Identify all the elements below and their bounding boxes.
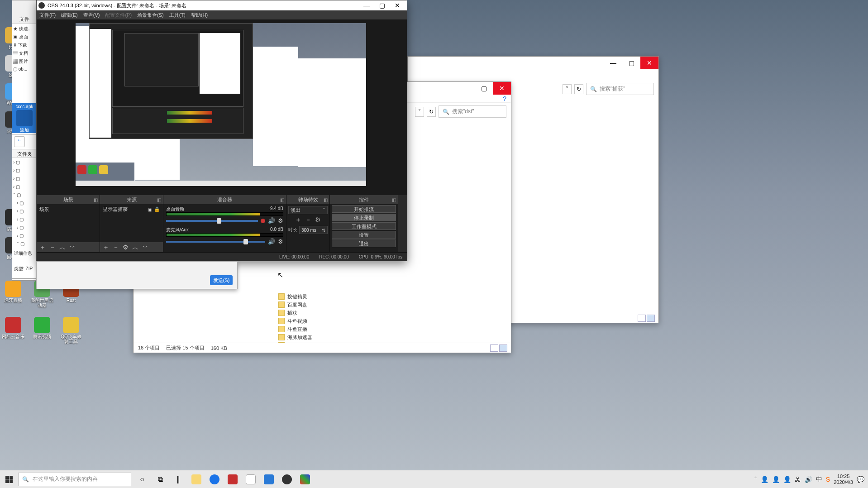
back-button[interactable]: ← bbox=[14, 136, 25, 147]
source-item[interactable]: 显示器捕获 ◉ 🔒 bbox=[103, 206, 160, 213]
desktop-icon-tencent[interactable]: 腾讯视频 bbox=[31, 317, 53, 342]
minimize-button[interactable]: — bbox=[604, 57, 622, 69]
list-item[interactable]: 捕获 bbox=[278, 309, 511, 317]
taskbar-explorer[interactable] bbox=[187, 470, 205, 488]
taskbar[interactable]: 🔍 在这里输入你要搜索的内容 ○ ⧉ ‖ ˄ 👤 👤 👤 🖧 🔊 中 S 10:… bbox=[0, 470, 868, 488]
send-dialog[interactable]: 发送(S) bbox=[36, 261, 238, 289]
popout-icon[interactable]: ◧ bbox=[280, 197, 284, 202]
sidebar-item[interactable]: ▢ ob... bbox=[13, 67, 36, 75]
exit-button[interactable]: 退出 bbox=[332, 239, 396, 247]
view-toggle[interactable] bbox=[638, 315, 655, 322]
tray-icon[interactable]: 👤 bbox=[761, 476, 768, 483]
gear-icon[interactable]: ⚙ bbox=[278, 238, 283, 245]
remove-button[interactable]: － bbox=[49, 244, 56, 250]
taskbar-search-input[interactable]: 🔍 在这里输入你要搜索的内容 bbox=[18, 473, 131, 486]
view-toggle[interactable] bbox=[490, 344, 507, 352]
close-button[interactable]: ✕ bbox=[493, 82, 511, 95]
popout-icon[interactable]: ◧ bbox=[392, 197, 396, 202]
close-button[interactable]: ✕ bbox=[640, 57, 658, 69]
taskbar-netease[interactable] bbox=[224, 470, 242, 488]
move-down-button[interactable]: ﹀ bbox=[142, 244, 148, 250]
gear-icon[interactable]: ⚙ bbox=[278, 217, 283, 224]
refresh-icon[interactable]: ↻ bbox=[574, 84, 583, 94]
add-button[interactable]: ＋ bbox=[295, 216, 301, 224]
maximize-button[interactable]: ▢ bbox=[374, 2, 390, 9]
sidebar-item[interactable]: ★ 快速... bbox=[13, 26, 36, 34]
action-center-icon[interactable]: 💬 bbox=[857, 476, 864, 483]
sources-list[interactable]: 显示器捕获 ◉ 🔒 bbox=[100, 204, 163, 242]
obs-window[interactable]: OBS 24.0.3 (32-bit, windows) - 配置文件: 未命名… bbox=[36, 0, 407, 261]
window-titlebar[interactable]: — ▢ ✕ bbox=[408, 57, 658, 69]
panel-header[interactable]: 来源◧ bbox=[100, 195, 163, 204]
panel-header[interactable]: 混音器◧ bbox=[163, 195, 286, 204]
duration-input[interactable]: 300 ms⇅ bbox=[299, 226, 328, 234]
stop-recording-button[interactable]: 停止录制 bbox=[332, 214, 396, 221]
scene-item[interactable]: 场景 bbox=[39, 206, 97, 213]
menu-file[interactable]: 文件(F) bbox=[39, 12, 56, 19]
close-button[interactable]: ✕ bbox=[390, 2, 405, 9]
file-explorer-sidebar-lower[interactable]: ← 文件夹 › ▢› ▢› ▢› ▢˅ ▢ › ▢› ▢› ▢ › ▢› ▢˅ … bbox=[12, 134, 37, 279]
obs-menubar[interactable]: 文件(F) 编辑(E) 查看(V) 配置文件(P) 场景集合(S) 工具(T) … bbox=[37, 10, 407, 19]
spinner-icon[interactable]: ⇅ bbox=[322, 228, 325, 233]
add-button[interactable]: ＋ bbox=[103, 244, 109, 250]
tray-volume-icon[interactable]: 🔊 bbox=[805, 476, 812, 483]
gear-icon[interactable]: ⚙ bbox=[315, 216, 321, 224]
minimize-button[interactable]: — bbox=[457, 82, 475, 95]
file-tab[interactable]: 文件 bbox=[12, 0, 37, 24]
desktop-icon-qqfc[interactable]: QQ飞车修复工具 bbox=[60, 317, 82, 342]
tray-icon[interactable]: 👤 bbox=[772, 476, 780, 483]
list-item[interactable]: 海豚加速器 bbox=[278, 333, 511, 341]
move-up-button[interactable]: ︿ bbox=[132, 244, 138, 250]
tray-chevron-up-icon[interactable]: ˄ bbox=[754, 476, 757, 483]
desktop-icon-netease[interactable]: 网易云音乐 bbox=[2, 317, 24, 342]
studio-mode-button[interactable]: 工作室模式 bbox=[332, 222, 396, 230]
taskbar-edge[interactable] bbox=[205, 470, 224, 488]
preview-canvas[interactable] bbox=[76, 23, 366, 186]
obs-preview[interactable] bbox=[37, 19, 407, 195]
popout-icon[interactable]: ◧ bbox=[324, 197, 328, 202]
tray-icon[interactable]: 👤 bbox=[783, 476, 791, 483]
dropdown-icon[interactable]: ˅ bbox=[563, 84, 572, 94]
refresh-icon[interactable]: ↻ bbox=[427, 107, 436, 117]
menu-help[interactable]: 帮助(H) bbox=[191, 12, 208, 19]
menu-scene-collection[interactable]: 场景集合(S) bbox=[137, 12, 164, 19]
add-button[interactable]: ＋ bbox=[39, 244, 46, 250]
gear-icon[interactable]: ⚙ bbox=[123, 244, 129, 250]
list-item[interactable]: 斗鱼直播 bbox=[278, 325, 511, 333]
cortana-icon[interactable]: ○ bbox=[133, 470, 151, 488]
menu-tools[interactable]: 工具(T) bbox=[169, 12, 186, 19]
taskbar-app2[interactable] bbox=[296, 470, 314, 488]
popout-icon[interactable]: ◧ bbox=[157, 197, 161, 202]
obs-titlebar[interactable]: OBS 24.0.3 (32-bit, windows) - 配置文件: 未命名… bbox=[37, 0, 407, 10]
list-item[interactable]: 斗鱼视频 bbox=[278, 317, 511, 325]
popout-icon[interactable]: ◧ bbox=[94, 197, 98, 202]
mute-icon[interactable]: 🔊 bbox=[268, 238, 275, 245]
search-input[interactable]: 🔍 搜索"捕获" bbox=[586, 83, 654, 95]
file-cccc-apk[interactable]: cccc.apk 添加 bbox=[12, 103, 37, 133]
sidebar-item[interactable]: ▤ 文档 bbox=[13, 50, 36, 58]
start-streaming-button[interactable]: 开始推流 bbox=[332, 205, 396, 213]
tray-network-icon[interactable]: 🖧 bbox=[795, 476, 801, 483]
taskbar-qq[interactable] bbox=[242, 470, 260, 488]
sidebar-item[interactable]: ⬇ 下载 bbox=[13, 42, 36, 50]
tray-ime-icon[interactable]: 中 bbox=[816, 475, 822, 483]
volume-slider[interactable] bbox=[166, 241, 265, 243]
lock-icon[interactable]: 🔒 bbox=[154, 206, 160, 212]
help-icon[interactable]: ? bbox=[503, 95, 506, 102]
desktop-icon-huya[interactable]: 虎牙直播 bbox=[2, 281, 24, 306]
remove-button[interactable]: － bbox=[305, 216, 311, 224]
sidebar-item[interactable]: ▦ 图片 bbox=[13, 58, 36, 67]
start-button[interactable] bbox=[0, 470, 18, 488]
send-button[interactable]: 发送(S) bbox=[210, 275, 233, 285]
taskbar-obs[interactable] bbox=[278, 470, 296, 488]
maximize-button[interactable]: ▢ bbox=[475, 82, 493, 95]
task-view-icon[interactable]: ⧉ bbox=[151, 470, 169, 488]
menu-view[interactable]: 查看(V) bbox=[83, 12, 100, 19]
system-tray[interactable]: ˄ 👤 👤 👤 🖧 🔊 中 S 10:25 2020/4/3 💬 bbox=[750, 474, 868, 485]
tray-clock[interactable]: 10:25 2020/4/3 bbox=[834, 474, 853, 485]
search-input[interactable]: 🔍 搜索"dst" bbox=[439, 105, 506, 118]
panel-header[interactable]: 转场特效◧ bbox=[286, 195, 329, 204]
panel-header[interactable]: 控件◧ bbox=[330, 195, 398, 204]
taskbar-app[interactable] bbox=[260, 470, 278, 488]
menu-profile[interactable]: 配置文件(P) bbox=[105, 12, 132, 19]
